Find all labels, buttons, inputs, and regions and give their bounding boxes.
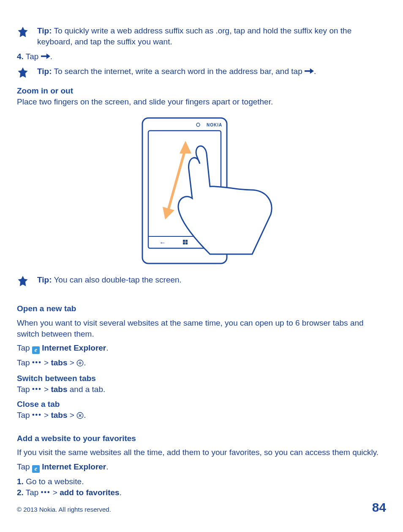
svg-text:←: ← bbox=[159, 239, 166, 246]
star-icon bbox=[17, 275, 29, 287]
more-dots-icon: ••• bbox=[32, 385, 42, 392]
phone-pinch-illustration: NOKIA ← bbox=[125, 115, 278, 267]
tip-block-1: Tip: To quickly write a web address suff… bbox=[17, 25, 386, 47]
zoom-section: Zoom in or out Place two fingers on the … bbox=[17, 85, 386, 107]
close-tab-heading: Close a tab bbox=[17, 399, 386, 410]
star-icon bbox=[17, 26, 29, 38]
gt: > bbox=[51, 488, 60, 497]
tip-body: You can also double-tap the screen. bbox=[52, 275, 181, 284]
tip-text: Tip: To quickly write a web address suff… bbox=[37, 25, 386, 47]
tap: Tap bbox=[17, 385, 32, 394]
favorites-heading: Add a website to your favorites bbox=[17, 433, 386, 444]
tap: Tap bbox=[17, 411, 32, 420]
tap-prefix: Tap bbox=[17, 343, 32, 352]
copyright-text: © 2013 Nokia. All rights reserved. bbox=[17, 505, 111, 514]
tip-label: Tip: bbox=[37, 26, 52, 35]
step-text: Go to a website. bbox=[24, 477, 84, 486]
tip-label: Tip: bbox=[37, 275, 52, 284]
period: . bbox=[84, 411, 86, 420]
open-tab-heading: Open a new tab bbox=[17, 303, 386, 314]
period: . bbox=[106, 343, 108, 352]
x-circle-icon bbox=[76, 410, 84, 421]
arrow-right-icon bbox=[41, 52, 50, 63]
zoom-heading: Zoom in or out bbox=[17, 85, 386, 96]
tap: Tap bbox=[17, 358, 32, 367]
gt2: > bbox=[67, 358, 76, 367]
zoom-text: Place two fingers on the screen, and sli… bbox=[17, 96, 386, 107]
period: . bbox=[50, 52, 52, 61]
more-dots-icon: ••• bbox=[32, 411, 42, 418]
period: . bbox=[84, 358, 86, 367]
step-text: Tap bbox=[24, 52, 41, 61]
svg-rect-8 bbox=[183, 242, 185, 244]
gt2: > bbox=[67, 411, 76, 420]
arrow-right-icon bbox=[305, 66, 314, 77]
tip-label: Tip: bbox=[37, 67, 52, 76]
period: . bbox=[106, 462, 108, 471]
favorites-body: If you visit the same websites all the t… bbox=[17, 447, 386, 458]
gt: > bbox=[42, 385, 51, 394]
tabs-label: tabs bbox=[51, 411, 67, 420]
star-icon bbox=[17, 67, 29, 79]
favorites-step-1: 1. Go to a website. bbox=[17, 476, 386, 487]
favorites-tap-ie: Tap e Internet Explorer. bbox=[17, 461, 386, 473]
suffix: and a tab. bbox=[67, 385, 105, 394]
step-tap: Tap bbox=[24, 488, 41, 497]
close-tab-line: Tap ••• > tabs > . bbox=[17, 410, 386, 421]
switch-tabs-line: Tap ••• > tabs and a tab. bbox=[17, 384, 386, 395]
ie-label: Internet Explorer bbox=[40, 462, 106, 471]
add-to-favorites-label: add to favorites bbox=[60, 488, 119, 497]
step-4: 4. Tap . bbox=[17, 51, 386, 63]
gt: > bbox=[42, 411, 51, 420]
open-tab-steps: Tap ••• > tabs > . bbox=[17, 357, 386, 369]
period: . bbox=[314, 67, 316, 76]
svg-text:NOKIA: NOKIA bbox=[207, 123, 222, 127]
period: . bbox=[120, 488, 122, 497]
more-dots-icon: ••• bbox=[41, 488, 51, 496]
ie-label: Internet Explorer bbox=[40, 343, 106, 352]
tip-block-2: Tip: To search the internet, write a sea… bbox=[17, 66, 386, 79]
open-tab-tap-ie: Tap e Internet Explorer. bbox=[17, 343, 386, 354]
step-num: 2. bbox=[17, 488, 24, 497]
svg-marker-11 bbox=[180, 141, 191, 154]
more-dots-icon: ••• bbox=[32, 359, 42, 366]
tip-text: Tip: You can also double-tap the screen. bbox=[37, 274, 386, 285]
favorites-step-2: 2. Tap ••• > add to favorites. bbox=[17, 487, 386, 498]
page-number: 84 bbox=[372, 499, 386, 516]
ie-icon: e bbox=[32, 465, 40, 473]
open-tab-body: When you want to visit several websites … bbox=[17, 318, 386, 339]
svg-rect-6 bbox=[183, 240, 185, 242]
tabs-label: tabs bbox=[51, 385, 67, 394]
step-num: 4. bbox=[17, 52, 24, 61]
svg-rect-7 bbox=[185, 240, 188, 242]
svg-rect-9 bbox=[185, 242, 188, 244]
plus-circle-icon bbox=[76, 358, 84, 369]
tabs-label: tabs bbox=[51, 358, 67, 367]
tip-block-3: Tip: You can also double-tap the screen. bbox=[17, 274, 386, 287]
switch-tabs-heading: Switch between tabs bbox=[17, 373, 386, 384]
gt: > bbox=[42, 358, 51, 367]
tip-body: To quickly write a web address suffix su… bbox=[37, 26, 351, 46]
svg-marker-12 bbox=[163, 207, 174, 219]
step-num: 1. bbox=[17, 477, 24, 486]
tip-body: To search the internet, write a search w… bbox=[52, 67, 305, 76]
tip-text: Tip: To search the internet, write a sea… bbox=[37, 66, 386, 77]
tap-prefix: Tap bbox=[17, 462, 32, 471]
svg-point-3 bbox=[196, 123, 200, 126]
ie-icon: e bbox=[32, 346, 40, 354]
page-footer: © 2013 Nokia. All rights reserved. 84 bbox=[17, 499, 386, 516]
